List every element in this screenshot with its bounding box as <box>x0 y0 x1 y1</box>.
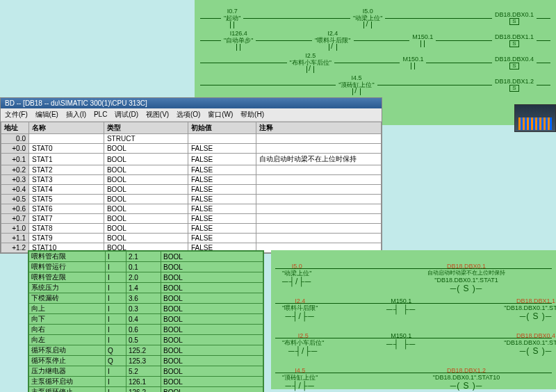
col-init: 初始值 <box>188 122 256 134</box>
window-title: BD -- [DB18 -- du\SIMATIC 300(1)\CPU 313… <box>1 98 382 108</box>
contact-nc: I2.5"布料小车后位"─┤/├─ <box>282 332 324 356</box>
contact-nc: I4.5"顶砖缸上位"─┤/├─ <box>282 367 318 391</box>
table-row[interactable]: +0.6STAT6BOOLFALSE <box>1 204 382 214</box>
contact: I0.7"起动" <box>224 8 240 28</box>
ladder-rung: I2.4"喂料斗后限"─┤/├─M150.1─┤ ├─DB18.DBX1.1"D… <box>275 289 552 317</box>
menu-bar[interactable]: 文件(F) 编辑(E) 插入(I) PLC 调试(D) 视图(V) 选项(O) … <box>1 108 382 122</box>
list-item[interactable]: 主泵循环停止I126.2BOOL <box>29 387 263 393</box>
contact: M150.1 <box>402 56 423 70</box>
coil-set: DB18.DBX1.2"DB18.DBX0.1".STAT10─( S )─ <box>414 367 518 391</box>
table-row[interactable]: 0.0STRUCT <box>1 134 382 144</box>
menu-options[interactable]: 选项(O) <box>177 111 200 118</box>
contact: M150.1─┤ ├─ <box>386 332 416 349</box>
table-row[interactable]: +0.1STAT1BOOLFALSE自动启动时动梁不在上位时保持 <box>1 154 382 165</box>
ladder-rung: I126.4"自动单步"I2.4"喂料斗后限" M150.1DB18.DBX1.… <box>200 29 550 51</box>
contact-nc: I2.5"布料小车后位" <box>290 52 332 73</box>
coil-set: DB18.DBX1.1"DB18.DBX0.1".STAT9─( S )─ <box>484 297 556 321</box>
col-name: 名称 <box>29 122 104 134</box>
ladder-bottom-panel: I5.0"动梁上位"─┤/├─DB18.DBX0.1自动启动时动梁不在上位时保持… <box>271 250 556 389</box>
table-row[interactable]: +0.4STAT4BOOLFALSE <box>1 185 382 195</box>
list-item[interactable]: 喂料管右限I2.1BOOL <box>29 252 263 262</box>
table-row[interactable]: +0.0STAT0BOOLFALSE <box>1 144 382 154</box>
list-item[interactable]: 向右I0.6BOOL <box>29 325 263 335</box>
menu-plc[interactable]: PLC <box>94 111 107 118</box>
contact: M150.1─┤ ├─ <box>386 297 416 314</box>
list-item[interactable]: 循环泵启动Q125.2BOOL <box>29 345 263 356</box>
contact-nc: I2.4"喂料斗后限"─┤/├─ <box>282 297 318 321</box>
menu-insert[interactable]: 插入(I) <box>66 111 86 118</box>
coil-set: DB18.DBX0.1S <box>495 11 534 25</box>
table-row[interactable]: +0.7STAT7BOOLFALSE <box>1 214 382 224</box>
db-editor-window[interactable]: BD -- [DB18 -- du\SIMATIC 300(1)\CPU 313… <box>0 97 382 254</box>
table-row[interactable]: +0.5STAT5BOOLFALSE <box>1 195 382 204</box>
contact-nc: I4.5"顶砖缸上位" <box>338 74 374 95</box>
ladder-rung: I0.7"起动"I5.0"动梁上位" DB18.DBX0.1S <box>200 7 550 29</box>
list-item[interactable]: 向上I0.3BOOL <box>29 304 263 314</box>
menu-view[interactable]: 视图(V) <box>146 111 169 118</box>
ladder-rung: I5.0"动梁上位"─┤/├─DB18.DBX0.1自动启动时动梁不在上位时保持… <box>275 254 552 282</box>
ladder-rung: I2.5"布料小车后位" M150.1DB18.DBX0.4S <box>200 51 550 74</box>
contact-nc: I5.0"动梁上位" <box>353 8 382 28</box>
ladder-rung: I4.5"顶砖缸上位"─┤/├─DB18.DBX1.2"DB18.DBX0.1"… <box>275 359 552 386</box>
thumbnail-image <box>514 104 556 132</box>
list-item[interactable]: 循环泵停止Q125.3BOOL <box>29 356 263 366</box>
coil-set: DB18.DBX1.2S <box>495 78 534 92</box>
menu-debug[interactable]: 调试(D) <box>115 111 138 118</box>
contact-nc: I2.4"喂料斗后限" <box>315 30 350 51</box>
table-row[interactable]: +0.2STAT2BOOLFALSE <box>1 165 382 175</box>
symbol-table[interactable]: 喂料管右限I2.1BOOL喂料管运行I0.1BOOL喂料管左限I2.0BOOL系… <box>28 250 264 392</box>
col-type: 类型 <box>104 122 188 134</box>
contact: I126.4"自动单步" <box>224 30 253 51</box>
table-row[interactable]: +1.0STAT8BOOLFALSE <box>1 224 382 234</box>
coil-set: DB18.DBX0.4S <box>495 56 534 70</box>
coil-set: DB18.DBX0.4"DB18.DBX0.1".STAT4─( S )─ <box>484 332 556 356</box>
ladder-rung: I2.5"布料小车后位"─┤/├─M150.1─┤ ├─DB18.DBX0.4"… <box>275 324 552 352</box>
menu-file[interactable]: 文件(F) <box>5 111 28 118</box>
db-table[interactable]: 地址 名称 类型 初始值 注释 0.0STRUCT+0.0STAT0BOOLFA… <box>1 122 382 253</box>
menu-window[interactable]: 窗口(W) <box>208 111 233 118</box>
contact: M150.1 <box>412 33 433 47</box>
list-item[interactable]: 向下I0.4BOOL <box>29 314 263 325</box>
list-item[interactable]: 喂料管左限I2.0BOOL <box>29 272 263 283</box>
list-item[interactable]: 压力继电器I5.2BOOL <box>29 366 263 377</box>
contact-nc: I5.0"动梁上位"─┤/├─ <box>282 263 311 286</box>
table-row[interactable]: +1.1STAT9BOOLFALSE <box>1 234 382 243</box>
menu-edit[interactable]: 编辑(E) <box>35 111 58 118</box>
col-comment: 注释 <box>256 122 382 134</box>
list-item[interactable]: 系统压力I1.4BOOL <box>29 283 263 293</box>
col-addr: 地址 <box>1 122 29 134</box>
menu-help[interactable]: 帮助(H) <box>240 111 264 118</box>
table-row[interactable]: +0.3STAT3BOOLFALSE <box>1 175 382 185</box>
list-item[interactable]: 向左I0.5BOOL <box>29 335 263 345</box>
list-item[interactable]: 下模漏砖I3.6BOOL <box>29 293 263 304</box>
list-item[interactable]: 喂料管运行I0.1BOOL <box>29 262 263 272</box>
coil-set: DB18.DBX1.1S <box>495 33 534 47</box>
list-item[interactable]: 主泵循环启动I126.1BOOL <box>29 377 263 387</box>
ladder-rung: I4.5"顶砖缸上位" DB18.DBX1.2S <box>200 74 550 96</box>
